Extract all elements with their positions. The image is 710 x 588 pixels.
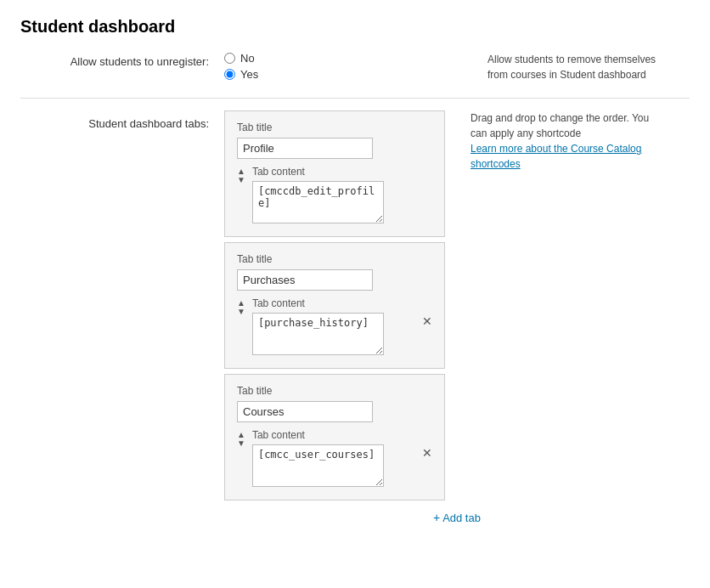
radio-yes[interactable] — [224, 69, 235, 80]
tab-title-input-profile[interactable] — [237, 138, 373, 159]
tab-content-textarea-courses[interactable] — [252, 444, 384, 487]
tab-content-label-courses: Tab content — [252, 429, 412, 441]
drag-arrows-profile[interactable]: ▲ ▼ — [237, 167, 245, 184]
tab-card-courses: Tab title ▲ ▼ Tab content ✕ — [224, 374, 445, 500]
allow-unregister-row: Allow students to unregister: No Yes All… — [20, 52, 690, 82]
allow-unregister-control: No Yes — [224, 52, 462, 81]
tab-title-label-purchases: Tab title — [237, 253, 432, 265]
tabs-help: Drag and drop to change the order. You c… — [471, 110, 657, 172]
tabs-section: Student dashboard tabs: Tab title ▲ ▼ Ta… — [20, 110, 690, 500]
tabs-help-text: Drag and drop to change the order. You c… — [471, 112, 649, 139]
tabs-container: Tab title ▲ ▼ Tab content Tab title ▲ — [224, 110, 445, 500]
tab-content-block-purchases: Tab content — [252, 297, 412, 358]
catalog-shortcodes-link[interactable]: Learn more about the Course Catalog shor… — [471, 143, 641, 170]
arrow-down-courses[interactable]: ▼ — [237, 439, 245, 448]
tab-card-profile: Tab title ▲ ▼ Tab content — [224, 110, 445, 237]
add-tab-button[interactable]: + Add tab — [433, 511, 481, 524]
radio-no-label[interactable]: No — [224, 52, 462, 65]
tab-title-input-courses[interactable] — [237, 401, 373, 422]
tab-card-purchases: Tab title ▲ ▼ Tab content ✕ — [224, 242, 445, 369]
allow-unregister-label: Allow students to unregister: — [20, 52, 224, 68]
plus-icon: + — [433, 511, 440, 524]
radio-yes-label[interactable]: Yes — [224, 68, 462, 81]
radio-no-text: No — [240, 52, 255, 65]
tabs-label: Student dashboard tabs: — [20, 110, 224, 130]
radio-no[interactable] — [224, 53, 235, 64]
unregister-radio-group: No Yes — [224, 52, 462, 81]
divider — [20, 98, 690, 99]
add-tab-row: + Add tab — [20, 511, 690, 524]
tab-content-row-purchases: ▲ ▼ Tab content ✕ — [237, 297, 432, 358]
page-title: Student dashboard — [20, 17, 690, 37]
tab-content-row-profile: ▲ ▼ Tab content — [237, 166, 432, 226]
arrow-down-purchases[interactable]: ▼ — [237, 308, 245, 316]
remove-tab-purchases[interactable]: ✕ — [422, 314, 432, 328]
tab-content-block-profile: Tab content — [252, 166, 432, 226]
allow-unregister-help: Allow students to remove themselves from… — [487, 52, 674, 82]
arrow-down-profile[interactable]: ▼ — [237, 176, 245, 184]
remove-tab-courses[interactable]: ✕ — [422, 446, 432, 460]
radio-yes-text: Yes — [240, 68, 258, 81]
tab-content-row-courses: ▲ ▼ Tab content ✕ — [237, 429, 432, 489]
tab-content-textarea-purchases[interactable] — [252, 313, 384, 355]
tab-title-label-courses: Tab title — [237, 385, 432, 397]
tab-content-label-profile: Tab content — [252, 166, 432, 178]
tab-content-label-purchases: Tab content — [252, 297, 412, 309]
tab-title-input-purchases[interactable] — [237, 269, 373, 291]
drag-arrows-courses[interactable]: ▲ ▼ — [237, 431, 245, 448]
tab-title-label-profile: Tab title — [237, 122, 432, 133]
add-tab-label: Add tab — [442, 512, 481, 524]
tab-content-block-courses: Tab content — [252, 429, 412, 489]
tab-content-textarea-profile[interactable] — [252, 181, 384, 223]
drag-arrows-purchases[interactable]: ▲ ▼ — [237, 299, 245, 316]
